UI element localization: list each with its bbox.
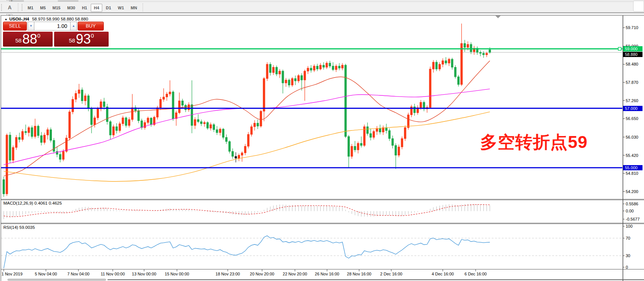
horizontal-scrollbar[interactable] [7,279,106,281]
time-tick-label: 18 Nov 23:00 [215,272,240,276]
time-tick-label: 11 Nov 00:00 [101,272,125,276]
time-tick-label: 7 Nov 04:00 [67,272,89,276]
hline-drag-handle [618,47,621,50]
symbol-name: USOil-,H4 [9,17,29,21]
indicator-tick-label: -0.5677 [626,217,640,221]
price-tick-label: 56.030 [626,135,638,139]
time-tick-label: 5 Nov 04:00 [35,272,57,276]
price-level-label: 57.000 [623,106,643,111]
price-level-label: 58.880 [623,52,643,57]
sell-price-pip: 0 [37,34,40,38]
volume-increase-button[interactable]: ▲ [70,22,77,31]
time-tick-label: 1 Nov 2019 [1,272,22,276]
buy-price-main: 93 [76,33,91,45]
indicator-tick-label: 0 [626,265,628,269]
chart-symbol-header: ▲USOil-,H458.970 58.990 58.880 58.880 [4,17,88,21]
price-tick-label: 57.260 [626,98,638,103]
price-tick-label: 54.200 [626,189,638,194]
time-tick-label: 2 Dec 16:00 [380,272,402,276]
chart-annotation-text: 多空转折点59 [480,131,588,154]
indicator-tick-label: 70 [626,236,630,240]
price-tick-label: 56.650 [626,116,638,121]
volume-input[interactable] [34,22,70,31]
buy-button[interactable]: BUY [78,22,104,31]
price-level-label: 59.000 [623,46,643,51]
buy-price-box[interactable]: 58 93 0 [54,32,109,47]
price-tick-label: 55.420 [626,153,638,158]
price-tick-label: 54.810 [626,171,638,176]
one-click-trade-panel: SELL ▼ ▲ BUY 58 88 0 58 93 0 [3,22,110,47]
time-tick-label: 22 Nov 20:00 [283,272,307,276]
price-tick-label: 59.710 [626,25,638,30]
indicator-tick-label: 0.00 [626,209,634,213]
price-level-label: 55.000 [623,165,643,170]
rsi-indicator-label: RSI(14) 59.0035 [3,225,35,230]
collapse-arrow-icon[interactable]: ▲ [4,18,7,21]
time-tick-label: 15 Nov 00:00 [165,272,189,276]
ohlc-values: 58.970 58.990 58.880 58.880 [32,17,88,21]
price-tick-label: 57.870 [626,80,638,85]
mt4-window: EFAT M1M5M15M30H1H4D1W1MN ▲USOil-,H458.9… [0,0,644,281]
sell-price-main: 88 [22,33,37,45]
sell-price-box[interactable]: 58 88 0 [3,32,53,47]
sell-price-int: 58 [15,36,22,45]
macd-values: 0.4061 0.4625 [34,201,62,205]
macd-indicator-label: MACD(12,26,9) 0.4061 0.4625 [3,201,62,205]
rsi-value: 59.0035 [19,225,35,230]
indicator-tick-label: 30 [626,253,630,258]
indicator-tick-label: 0.5586 [626,202,638,206]
volume-decrease-button[interactable]: ▼ [28,22,34,31]
indicator-tick-label: 100 [626,224,632,228]
buy-price-int: 58 [69,36,75,45]
time-tick-label: 6 Dec 16:00 [464,272,486,276]
time-tick-label: 28 Nov 16:00 [347,272,371,276]
sell-button[interactable]: SELL [3,22,27,31]
price-tick-label: 58.480 [626,62,638,66]
time-tick-label: 26 Nov 16:00 [315,272,339,276]
time-tick-label: 13 Nov 00:00 [132,272,156,276]
buy-price-pip: 0 [91,34,94,38]
time-tick-label: 20 Nov 20:00 [250,272,274,276]
time-tick-label: 4 Dec 16:00 [432,272,454,276]
